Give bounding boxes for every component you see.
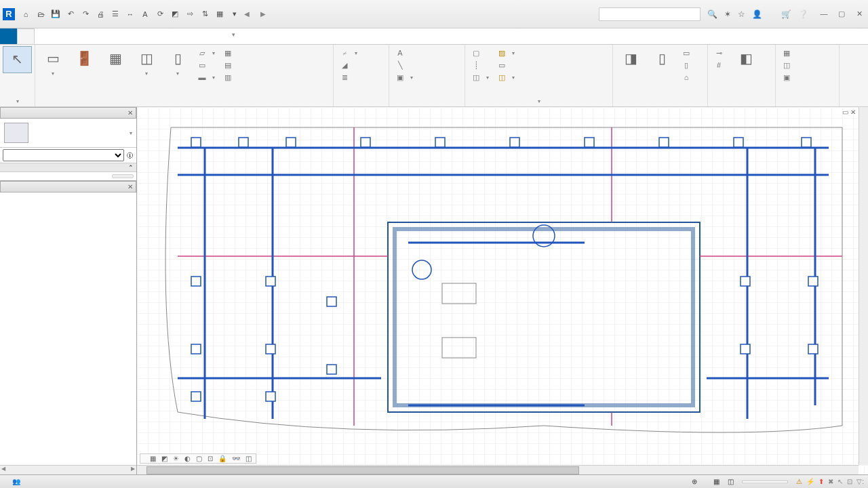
area-boundary-button[interactable]: ▭ bbox=[495, 60, 517, 70]
save-icon[interactable]: 💾 bbox=[49, 7, 62, 21]
ramp-button[interactable]: ◢ bbox=[338, 60, 359, 70]
type-dropdown-icon[interactable]: ▾ bbox=[130, 130, 132, 136]
recent-forward-icon[interactable]: ▶ bbox=[258, 10, 269, 18]
close-icon[interactable]: ✕ bbox=[853, 9, 865, 18]
status-i5[interactable]: ↖ bbox=[837, 478, 843, 485]
set-button[interactable]: ◧ bbox=[731, 46, 761, 72]
canvas-scroll-h[interactable] bbox=[137, 465, 859, 474]
section-icon[interactable]: ◩ bbox=[168, 7, 182, 21]
tab-file[interactable] bbox=[0, 28, 17, 44]
status-filter-icon[interactable]: ▽: bbox=[856, 478, 864, 485]
home-icon[interactable]: ⌂ bbox=[19, 7, 33, 21]
tab-modify[interactable] bbox=[204, 28, 221, 44]
view-close-icon[interactable]: ▭ ✕ bbox=[842, 108, 856, 116]
status-i1[interactable]: ⚠ bbox=[796, 478, 802, 485]
tab-annotate[interactable] bbox=[85, 28, 102, 44]
status-i2[interactable]: ⚡ bbox=[806, 478, 814, 485]
instance-selector[interactable] bbox=[3, 149, 124, 161]
tab-addins[interactable] bbox=[187, 28, 204, 44]
floor-button[interactable]: ▬ ▾ bbox=[195, 72, 217, 83]
railing-button[interactable]: ⌿ ▾ bbox=[338, 47, 359, 58]
status-workset-icon[interactable]: ▦ bbox=[713, 478, 719, 485]
status-worksharing-icon[interactable]: 👥 bbox=[12, 478, 20, 485]
drawing-canvas[interactable]: ▭ ✕ ▦ ◩ ☀ ◐ ▢ ⊡ 🔒 👓 ◫ bbox=[137, 107, 868, 474]
text-icon[interactable]: A bbox=[138, 7, 152, 21]
tag-room-button[interactable]: ◫ ▾ bbox=[469, 72, 491, 83]
open-icon[interactable]: 🗁 bbox=[34, 7, 47, 21]
reveal-icon[interactable]: ◫ bbox=[244, 455, 253, 462]
shaft-button[interactable]: ▯ bbox=[647, 46, 677, 72]
comm-icon[interactable]: ✶ bbox=[723, 8, 732, 20]
roof-button[interactable]: ▱ ▾ bbox=[195, 47, 217, 58]
tab-massing[interactable] bbox=[119, 28, 136, 44]
search-input[interactable] bbox=[599, 7, 701, 21]
grid-button[interactable]: # bbox=[712, 60, 728, 70]
tab-structure[interactable] bbox=[35, 28, 52, 44]
measure-icon[interactable]: ☰ bbox=[108, 7, 122, 21]
status-i4[interactable]: ✖ bbox=[828, 478, 833, 485]
ref-plane-button[interactable]: ◫ bbox=[780, 60, 796, 70]
browser-scroll-h[interactable]: ◀ ▶ bbox=[0, 465, 136, 474]
area-button[interactable]: ▨ ▾ bbox=[495, 47, 517, 58]
align-icon[interactable]: ↔ bbox=[123, 7, 137, 21]
vertical-button[interactable]: ▯ bbox=[679, 60, 696, 70]
curtain-grid-button[interactable]: ▤ bbox=[221, 60, 237, 70]
opening-wall-button[interactable]: ▭ bbox=[679, 47, 696, 58]
recent-chevron-icon[interactable]: ◀ bbox=[241, 10, 252, 18]
column-button[interactable]: ▯▾ bbox=[163, 46, 193, 78]
tab-manage[interactable] bbox=[170, 28, 187, 44]
tab-collaborate[interactable] bbox=[136, 28, 153, 44]
temp-hide-icon[interactable]: 👓 bbox=[231, 455, 241, 462]
search-icon[interactable]: 🔍 bbox=[706, 8, 719, 20]
model-line-button[interactable]: ╲ bbox=[393, 60, 415, 70]
properties-close-icon[interactable]: ✕ bbox=[127, 109, 133, 117]
status-i3[interactable]: ⬆ bbox=[818, 478, 824, 485]
favorite-icon[interactable]: ☆ bbox=[736, 8, 747, 20]
help-icon[interactable]: ❔ bbox=[797, 8, 810, 20]
group-collapse-icon[interactable]: ⌃ bbox=[128, 164, 134, 171]
room-button[interactable]: ▢ bbox=[469, 47, 491, 58]
stair-button[interactable]: ≣ bbox=[338, 72, 359, 83]
crop-icon[interactable]: ▢ bbox=[195, 455, 203, 462]
ceiling-button[interactable]: ▭ bbox=[195, 60, 217, 70]
tab-view[interactable] bbox=[153, 28, 170, 44]
tag-area-button[interactable]: ◫ ▾ bbox=[495, 72, 517, 83]
nav-icon[interactable]: ⇨ bbox=[183, 7, 197, 21]
shadow-icon[interactable]: ◐ bbox=[183, 455, 192, 462]
room-separator-button[interactable]: ┊ bbox=[469, 60, 491, 70]
status-i6[interactable]: ⊡ bbox=[847, 478, 852, 485]
wall-button[interactable]: ▭▾ bbox=[38, 46, 68, 78]
ribbon-expand-icon[interactable]: ▾ bbox=[224, 28, 244, 44]
minimize-icon[interactable]: — bbox=[818, 9, 830, 18]
exchange-icon[interactable]: 🛒 bbox=[780, 8, 793, 20]
switch-icon[interactable]: ⇅ bbox=[198, 7, 212, 21]
show-button[interactable]: ▦ bbox=[780, 47, 796, 58]
door-button[interactable]: 🚪 bbox=[69, 46, 99, 72]
status-coord-icon[interactable]: ⊕ bbox=[692, 478, 697, 485]
redo-icon[interactable]: ↷ bbox=[79, 7, 92, 21]
canvas-scroll-v[interactable] bbox=[859, 107, 868, 465]
modify-button[interactable]: ↖ bbox=[3, 46, 32, 73]
apply-button[interactable] bbox=[112, 174, 134, 178]
maximize-icon[interactable]: ▢ bbox=[835, 9, 848, 18]
qat-dropdown-icon[interactable]: ▾ bbox=[228, 7, 241, 21]
window-button[interactable]: ▦ bbox=[100, 46, 130, 72]
dormer-button[interactable]: ⌂ bbox=[679, 72, 696, 83]
tab-analyze[interactable] bbox=[102, 28, 119, 44]
sun-path-icon[interactable]: ☀ bbox=[172, 455, 180, 462]
component-button[interactable]: ◫▾ bbox=[132, 46, 161, 78]
model-text-button[interactable]: A bbox=[393, 47, 415, 58]
undo-icon[interactable]: ↶ bbox=[64, 7, 77, 21]
sync-icon[interactable]: ⟳ bbox=[153, 7, 167, 21]
viewer-button[interactable]: ▣ bbox=[780, 72, 796, 83]
close-hidden-icon[interactable]: ▦ bbox=[213, 7, 226, 21]
model-group-button[interactable]: ▣ ▾ bbox=[393, 72, 415, 83]
mullion-button[interactable]: ▥ bbox=[221, 72, 237, 83]
crop-region-icon[interactable]: ⊡ bbox=[206, 455, 214, 462]
browser-close-icon[interactable]: ✕ bbox=[127, 183, 133, 190]
tab-architecture[interactable] bbox=[17, 28, 35, 44]
level-button[interactable]: ⊸ bbox=[712, 47, 728, 58]
tab-insert[interactable] bbox=[68, 28, 85, 44]
edit-type-button[interactable]: 🛈 bbox=[127, 152, 134, 159]
status-editable-icon[interactable]: ◫ bbox=[728, 478, 734, 485]
